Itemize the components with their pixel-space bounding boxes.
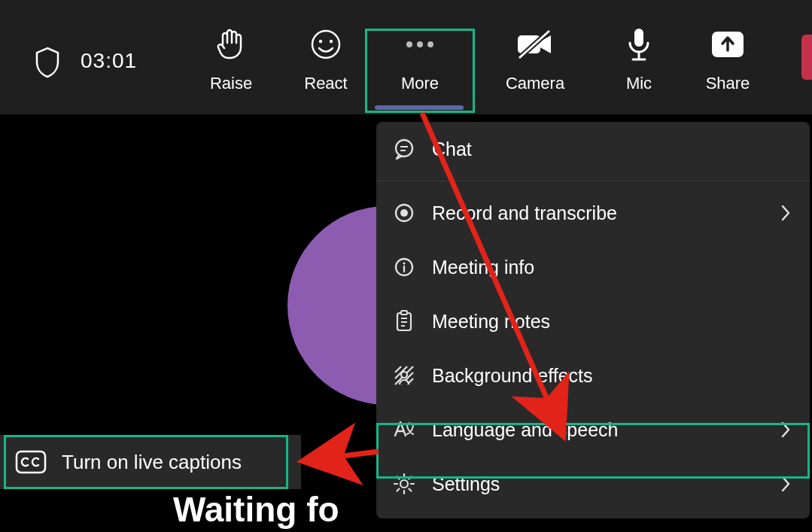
menu-notes-label: Meeting notes — [432, 311, 550, 333]
camera-off-icon — [494, 26, 576, 63]
svg-line-40 — [397, 489, 400, 491]
svg-rect-9 — [634, 29, 643, 47]
chevron-right-icon — [780, 203, 792, 223]
smile-icon — [284, 26, 367, 63]
leave-button[interactable] — [801, 35, 812, 80]
svg-point-14 — [396, 140, 412, 157]
menu-separator — [376, 181, 810, 181]
svg-rect-26 — [401, 311, 407, 315]
menu-record-label: Record and transcribe — [432, 202, 617, 224]
menu-chat-label: Chat — [432, 138, 472, 160]
share-label: Share — [686, 74, 769, 93]
notes-icon — [376, 310, 432, 333]
svg-line-39 — [409, 489, 412, 491]
annotation-language-highlight — [376, 423, 810, 479]
svg-point-1 — [319, 40, 322, 43]
info-icon — [376, 256, 432, 278]
react-button[interactable]: React — [284, 26, 367, 93]
svg-point-33 — [400, 480, 408, 488]
waiting-text: Waiting fo — [173, 489, 339, 530]
camera-button[interactable]: Camera — [494, 26, 576, 93]
record-icon — [376, 202, 432, 224]
svg-line-27 — [395, 366, 401, 372]
menu-meeting-info[interactable]: Meeting info — [376, 240, 810, 294]
menu-background-label: Background effects — [432, 365, 593, 387]
svg-point-18 — [400, 209, 408, 217]
react-label: React — [284, 74, 367, 93]
menu-meeting-notes[interactable]: Meeting notes — [376, 294, 810, 348]
annotation-captions-highlight — [4, 435, 288, 489]
svg-point-20 — [403, 262, 405, 264]
microphone-icon — [598, 26, 680, 63]
raise-hand-icon — [190, 26, 272, 63]
svg-point-0 — [312, 31, 339, 58]
mic-button[interactable]: Mic — [598, 26, 680, 93]
privacy-shield-icon[interactable] — [34, 47, 61, 78]
menu-info-label: Meeting info — [432, 257, 534, 278]
menu-chat[interactable]: Chat — [376, 122, 810, 176]
annotation-more-highlight — [365, 29, 475, 113]
svg-line-43 — [307, 451, 379, 461]
menu-record[interactable]: Record and transcribe — [376, 186, 810, 240]
menu-background-effects[interactable]: Background effects — [376, 348, 810, 403]
chat-icon — [376, 138, 432, 160]
raise-hand-button[interactable]: Raise — [190, 26, 272, 93]
background-effects-icon — [376, 364, 432, 387]
camera-label: Camera — [494, 74, 576, 93]
mic-label: Mic — [598, 74, 680, 93]
svg-point-2 — [330, 40, 333, 43]
share-button[interactable]: Share — [686, 26, 769, 93]
raise-label: Raise — [190, 74, 272, 93]
elapsed-time: 03:01 — [81, 49, 137, 73]
share-screen-icon — [686, 26, 769, 63]
svg-point-32 — [401, 372, 407, 378]
